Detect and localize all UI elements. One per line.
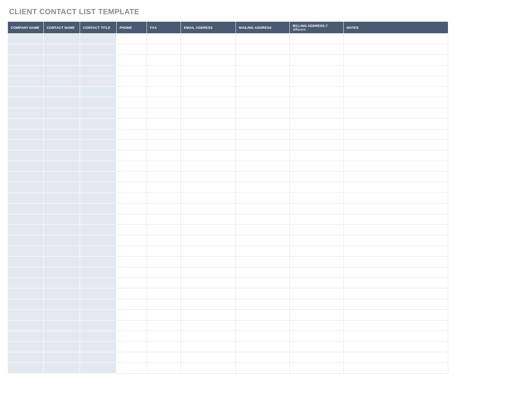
cell-contact_title[interactable] <box>80 76 117 86</box>
cell-company_name[interactable] <box>8 97 44 108</box>
cell-billing_address[interactable] <box>290 65 344 76</box>
cell-phone[interactable] <box>117 119 147 129</box>
cell-mailing_address[interactable] <box>236 267 290 278</box>
cell-contact_title[interactable] <box>80 214 117 224</box>
cell-notes[interactable] <box>344 267 448 278</box>
cell-contact_title[interactable] <box>80 119 117 129</box>
cell-contact_title[interactable] <box>80 246 117 256</box>
cell-company_name[interactable] <box>8 65 44 76</box>
cell-email_address[interactable] <box>181 203 236 214</box>
cell-billing_address[interactable] <box>290 310 344 320</box>
cell-contact_title[interactable] <box>80 352 117 362</box>
cell-billing_address[interactable] <box>290 76 344 86</box>
cell-mailing_address[interactable] <box>236 288 290 299</box>
cell-contact_name[interactable] <box>44 310 80 320</box>
cell-fax[interactable] <box>147 172 181 182</box>
cell-mailing_address[interactable] <box>236 331 290 341</box>
cell-fax[interactable] <box>147 119 181 129</box>
cell-contact_title[interactable] <box>80 203 117 214</box>
cell-phone[interactable] <box>117 352 147 362</box>
cell-email_address[interactable] <box>181 172 236 182</box>
cell-billing_address[interactable] <box>290 44 344 55</box>
cell-billing_address[interactable] <box>290 225 344 235</box>
cell-email_address[interactable] <box>181 65 236 76</box>
cell-mailing_address[interactable] <box>236 214 290 224</box>
cell-company_name[interactable] <box>8 278 44 288</box>
cell-mailing_address[interactable] <box>236 150 290 161</box>
cell-billing_address[interactable] <box>290 97 344 108</box>
cell-fax[interactable] <box>147 288 181 299</box>
cell-email_address[interactable] <box>181 278 236 288</box>
cell-mailing_address[interactable] <box>236 182 290 193</box>
cell-notes[interactable] <box>344 203 448 214</box>
cell-fax[interactable] <box>147 203 181 214</box>
cell-company_name[interactable] <box>8 267 44 278</box>
cell-company_name[interactable] <box>8 257 44 267</box>
cell-contact_title[interactable] <box>80 235 117 246</box>
cell-phone[interactable] <box>117 246 147 256</box>
cell-fax[interactable] <box>147 193 181 203</box>
cell-contact_title[interactable] <box>80 108 117 118</box>
cell-email_address[interactable] <box>181 214 236 224</box>
cell-email_address[interactable] <box>181 310 236 320</box>
cell-phone[interactable] <box>117 65 147 76</box>
cell-fax[interactable] <box>147 55 181 65</box>
cell-mailing_address[interactable] <box>236 65 290 76</box>
cell-email_address[interactable] <box>181 363 236 373</box>
cell-contact_name[interactable] <box>44 288 80 299</box>
cell-fax[interactable] <box>147 267 181 278</box>
cell-notes[interactable] <box>344 44 448 55</box>
cell-phone[interactable] <box>117 203 147 214</box>
cell-billing_address[interactable] <box>290 172 344 182</box>
cell-mailing_address[interactable] <box>236 76 290 86</box>
cell-contact_title[interactable] <box>80 97 117 108</box>
cell-notes[interactable] <box>344 55 448 65</box>
cell-contact_name[interactable] <box>44 257 80 267</box>
cell-contact_title[interactable] <box>80 129 117 140</box>
cell-phone[interactable] <box>117 288 147 299</box>
cell-contact_title[interactable] <box>80 257 117 267</box>
cell-billing_address[interactable] <box>290 288 344 299</box>
cell-billing_address[interactable] <box>290 193 344 203</box>
cell-contact_title[interactable] <box>80 44 117 55</box>
cell-fax[interactable] <box>147 182 181 193</box>
cell-contact_title[interactable] <box>80 34 117 44</box>
cell-mailing_address[interactable] <box>236 119 290 129</box>
cell-notes[interactable] <box>344 225 448 235</box>
cell-fax[interactable] <box>147 363 181 373</box>
cell-contact_title[interactable] <box>80 310 117 320</box>
cell-notes[interactable] <box>344 341 448 352</box>
cell-contact_title[interactable] <box>80 65 117 76</box>
cell-mailing_address[interactable] <box>236 310 290 320</box>
cell-contact_name[interactable] <box>44 363 80 373</box>
cell-phone[interactable] <box>117 267 147 278</box>
cell-contact_name[interactable] <box>44 172 80 182</box>
cell-contact_name[interactable] <box>44 203 80 214</box>
cell-company_name[interactable] <box>8 363 44 373</box>
cell-phone[interactable] <box>117 193 147 203</box>
cell-contact_name[interactable] <box>44 299 80 309</box>
cell-phone[interactable] <box>117 34 147 44</box>
cell-mailing_address[interactable] <box>236 86 290 97</box>
cell-phone[interactable] <box>117 140 147 150</box>
cell-company_name[interactable] <box>8 235 44 246</box>
cell-fax[interactable] <box>147 161 181 171</box>
cell-notes[interactable] <box>344 278 448 288</box>
cell-billing_address[interactable] <box>290 320 344 331</box>
cell-contact_name[interactable] <box>44 86 80 97</box>
cell-company_name[interactable] <box>8 55 44 65</box>
cell-mailing_address[interactable] <box>236 140 290 150</box>
cell-fax[interactable] <box>147 341 181 352</box>
cell-mailing_address[interactable] <box>236 129 290 140</box>
cell-notes[interactable] <box>344 65 448 76</box>
cell-billing_address[interactable] <box>290 55 344 65</box>
cell-contact_name[interactable] <box>44 161 80 171</box>
cell-email_address[interactable] <box>181 352 236 362</box>
cell-contact_name[interactable] <box>44 140 80 150</box>
cell-billing_address[interactable] <box>290 235 344 246</box>
cell-contact_name[interactable] <box>44 267 80 278</box>
cell-company_name[interactable] <box>8 140 44 150</box>
cell-contact_title[interactable] <box>80 140 117 150</box>
cell-contact_title[interactable] <box>80 331 117 341</box>
cell-mailing_address[interactable] <box>236 44 290 55</box>
